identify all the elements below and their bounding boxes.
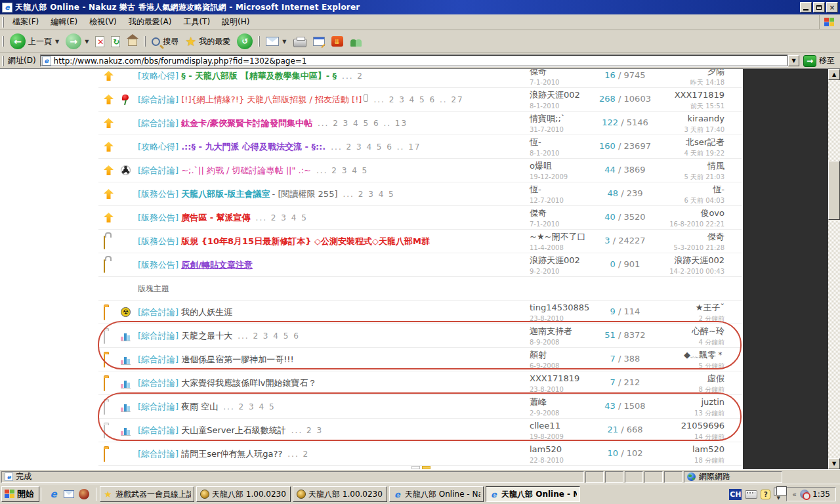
last-poster[interactable]: 浪跡天涯002	[613, 255, 724, 265]
thread-title-link[interactable]: 我的人妖生涯	[181, 306, 232, 318]
language-bar-options[interactable]: ▼	[774, 488, 783, 501]
tray-status-icon[interactable]	[800, 490, 809, 499]
last-poster[interactable]: 21059696	[613, 421, 724, 430]
menu-item[interactable]: 檢視(V)	[83, 14, 123, 30]
addressbar-grip[interactable]	[2, 56, 4, 66]
thread-category-tag[interactable]: [攻略心得]	[138, 70, 178, 82]
minimize-button[interactable]	[800, 2, 812, 12]
scrollbar-thumb[interactable]	[828, 161, 840, 220]
last-poster[interactable]: 情風	[613, 161, 724, 171]
flashget-button[interactable]: ⇊	[328, 35, 346, 48]
thread-title-link[interactable]: 版規 {10年8月15日最新修訂本} ◇公測安裝程式◇天龍八部M群	[181, 236, 430, 247]
last-poster[interactable]: lam520	[613, 444, 724, 454]
thread-category-tag[interactable]: [綜合討論]	[138, 401, 178, 413]
thread-category-tag[interactable]: [版務公告]	[138, 188, 178, 200]
thread-pagination[interactable]: ... 2 3 4 5	[256, 213, 308, 222]
thread-category-tag[interactable]: [綜合討論]	[138, 94, 178, 106]
thread-category-tag[interactable]: [綜合討論]	[138, 165, 178, 177]
last-poster[interactable]: kiraandy	[613, 114, 724, 123]
thread-title-link[interactable]: 原創/轉貼文章注意	[181, 259, 253, 271]
back-button[interactable]: ← 上一頁 ▼	[7, 32, 62, 51]
thread-title-link[interactable]: 天山童Server上石級數統計	[181, 425, 286, 436]
thread-pagination[interactable]: ... 2 3 4 5 6	[238, 331, 300, 341]
last-poster[interactable]: ◆﹏飄零＊	[613, 350, 724, 360]
home-button[interactable]	[123, 34, 142, 49]
menu-item[interactable]: 檔案(F)	[7, 14, 45, 30]
mail-button[interactable]: ▼	[262, 35, 289, 47]
menu-item[interactable]: 工具(T)	[177, 14, 216, 30]
last-poster[interactable]: ★王子ˇ	[613, 303, 724, 312]
thread-title-link[interactable]: 夜雨 空山	[181, 401, 218, 413]
thread-category-tag[interactable]: [綜合討論]	[138, 354, 178, 366]
thread-title-link[interactable]: ~;.`|| 約戰 / 切磋討論專帖 ||" .:~	[181, 165, 311, 177]
last-poster[interactable]: XXX171819	[613, 90, 724, 100]
thread-pagination[interactable]: ... 2	[287, 450, 309, 459]
thread-category-tag[interactable]: [攻略心得]	[138, 141, 178, 153]
language-indicator[interactable]: CH	[729, 489, 742, 500]
last-poster[interactable]: 傑奇	[613, 232, 724, 242]
quicklaunch-mail-icon[interactable]	[63, 489, 74, 500]
print-button[interactable]	[290, 35, 310, 49]
keyboard-icon[interactable]	[745, 490, 757, 499]
menu-item[interactable]: 編輯(E)	[45, 14, 83, 30]
quicklaunch-game-icon[interactable]	[78, 489, 89, 500]
thread-title-link[interactable]: 天龍八部版-版主會議室	[181, 188, 270, 200]
scroll-up-button[interactable]: ▲	[828, 69, 840, 80]
search-button[interactable]: 搜尋	[148, 35, 182, 49]
last-poster[interactable]: 北ser記者	[613, 137, 724, 147]
thread-title-link[interactable]: .::§ - 九大門派 心得及戰法交流 - §::.	[181, 141, 326, 153]
toolbar-grip[interactable]	[2, 36, 4, 47]
thread-title-link[interactable]: § - 天龍八部版 【精華及教學集中區】- §	[181, 70, 337, 82]
tray-collapse-chevron[interactable]: «	[792, 490, 797, 499]
thread-title-link[interactable]: 鈦金卡/豪俠聚賢卡討論發問集中帖	[181, 117, 312, 129]
last-poster[interactable]: 恆-	[613, 184, 724, 194]
last-poster[interactable]: juztin	[613, 397, 724, 407]
quicklaunch-ie-icon[interactable]: e	[48, 489, 59, 500]
help-tray-icon[interactable]: ?	[761, 490, 770, 499]
thread-category-tag[interactable]: [版務公告]	[138, 236, 178, 247]
thread-pagination[interactable]: ... 2 3 4 5 6 .. 27	[373, 95, 463, 104]
edit-button[interactable]	[310, 35, 328, 47]
thread-pagination[interactable]: ... 2 3 4 5 6 .. 13	[318, 119, 408, 128]
thread-pagination[interactable]: ... 2 3 4 5	[316, 166, 368, 175]
taskbar-task[interactable]: ★遊戲武器一會員線上認...	[100, 486, 194, 502]
thread-title-link[interactable]: 廣告區 - 幫派宣傳	[181, 212, 250, 224]
thread-category-tag[interactable]: [版務公告]	[138, 212, 178, 224]
forward-button[interactable]: → ▼	[62, 32, 92, 51]
refresh-button[interactable]: ↻	[108, 35, 123, 49]
taskbar-task[interactable]: 天龍八部 1.00.0230 (香...	[196, 486, 291, 502]
taskbar-task-active[interactable]: e天龍八部 Online - N...	[486, 486, 580, 502]
forward-dropdown-icon[interactable]: ▼	[85, 39, 89, 45]
menu-item[interactable]: 我的最愛(A)	[123, 14, 178, 30]
history-button[interactable]: ↺	[234, 32, 256, 51]
thread-pagination[interactable]: ... 2 3 4 5	[343, 190, 394, 199]
favorites-button[interactable]: ★ 我的最愛	[182, 35, 234, 49]
taskbar-task[interactable]: 天龍八部 1.00.0230 (香	[293, 486, 387, 502]
last-poster[interactable]: 俊ovo	[613, 208, 724, 218]
thread-title-link[interactable]: 天龍之最十大	[181, 330, 232, 342]
thread-category-tag[interactable]: [綜合討論]	[138, 330, 178, 342]
thread-category-tag[interactable]: [綜合討論]	[138, 448, 178, 460]
thread-pagination[interactable]: ... 2	[342, 72, 364, 81]
thread-title-link[interactable]: 大家覺得我應該係咩lv開始鑲寶石？	[181, 377, 316, 389]
last-poster[interactable]: 虛假	[613, 373, 724, 383]
thread-pagination[interactable]: ... 2 3 4 5 6 .. 17	[331, 142, 421, 152]
thread-title-link[interactable]: 請問王ser仲有無人玩ga??	[181, 448, 282, 460]
restore-button[interactable]	[813, 2, 825, 12]
thread-category-tag[interactable]: [版務公告]	[138, 259, 178, 271]
taskbar-task[interactable]: e天龍八部 Online - Nakuz...	[389, 486, 484, 502]
thread-pagination[interactable]: ... 2 3	[291, 426, 323, 435]
last-poster[interactable]: 夕陽	[613, 69, 724, 76]
stop-button[interactable]: ✕	[92, 35, 108, 49]
vertical-scrollbar[interactable]: ▲ ▼	[828, 69, 840, 469]
address-dropdown-button[interactable]: ▼	[788, 55, 799, 66]
go-button[interactable]: → 移至	[803, 55, 835, 67]
thread-category-tag[interactable]: [綜合討論]	[138, 377, 178, 389]
scroll-down-button[interactable]: ▼	[828, 458, 840, 469]
thread-category-tag[interactable]: [綜合討論]	[138, 117, 178, 129]
thread-title-link[interactable]: [!]{網上情緣?!} 天龍八部版招親 / 招友活動 [!]	[181, 94, 362, 106]
menu-grip[interactable]	[2, 17, 4, 28]
mail-dropdown-icon[interactable]: ▼	[282, 39, 286, 45]
last-poster[interactable]: 心醉~玲	[613, 326, 724, 336]
thread-category-tag[interactable]: [綜合討論]	[138, 425, 178, 436]
